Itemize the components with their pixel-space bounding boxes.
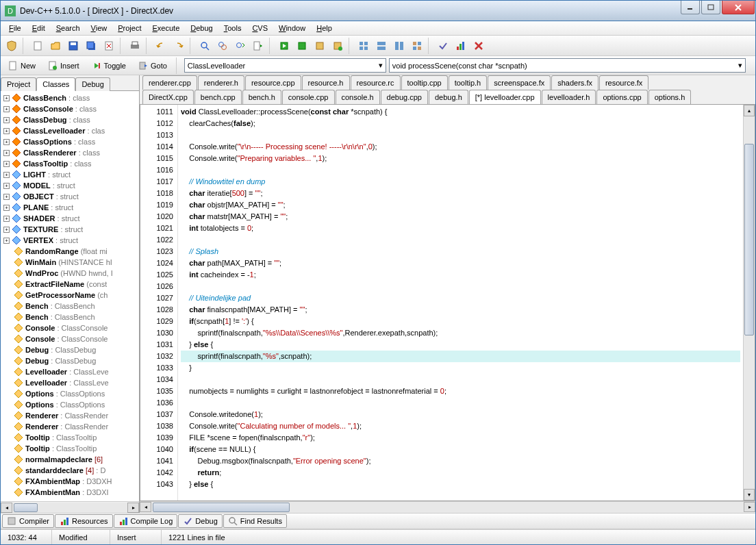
- file-tab[interactable]: tooltip.h: [449, 75, 488, 90]
- expand-icon[interactable]: +: [3, 227, 10, 233]
- new-file-icon[interactable]: [29, 38, 46, 54]
- tree-item[interactable]: Debug : ClassDebug: [2, 355, 138, 366]
- editor-hscroll[interactable]: ◂▸: [140, 501, 755, 513]
- findnext-icon[interactable]: [232, 38, 249, 54]
- file-tab[interactable]: options.cpp: [596, 90, 647, 104]
- expand-icon[interactable]: +: [3, 150, 10, 156]
- menu-view[interactable]: View: [86, 23, 113, 34]
- find-icon[interactable]: [197, 38, 213, 54]
- file-tab[interactable]: console.cpp: [282, 90, 335, 104]
- tree-item[interactable]: +MODEL : struct: [2, 180, 138, 191]
- menu-execute[interactable]: Execute: [147, 23, 186, 34]
- goto-button[interactable]: Goto: [134, 58, 172, 73]
- expand-icon[interactable]: +: [3, 139, 10, 145]
- code-editor[interactable]: 1011101210131014101510161017101810191020…: [140, 104, 755, 501]
- file-tab[interactable]: tooltip.cpp: [401, 75, 448, 90]
- tree-item[interactable]: Tooltip : ClassTooltip: [2, 432, 138, 443]
- expand-icon[interactable]: +: [3, 238, 10, 244]
- member-combo[interactable]: void processScene(const char *scnpath)▾: [389, 58, 746, 73]
- win2-icon[interactable]: [373, 38, 390, 54]
- insert-button[interactable]: Insert: [43, 58, 84, 73]
- tree-item[interactable]: +ClassConsole : class: [2, 103, 138, 114]
- tree-item[interactable]: +ClassDebug : class: [2, 114, 138, 125]
- check-icon[interactable]: [435, 38, 451, 54]
- chart-icon[interactable]: [453, 38, 469, 54]
- menu-tools[interactable]: Tools: [218, 23, 247, 34]
- menu-window[interactable]: Window: [273, 23, 311, 34]
- code-area[interactable]: void ClassLevelloader::processScene(cons…: [178, 105, 743, 500]
- class-combo[interactable]: ClassLevelloader▾: [184, 58, 386, 73]
- tree-item[interactable]: RandomRange (float mi: [2, 246, 138, 257]
- tree-item[interactable]: standarddeclare [4] : D: [2, 465, 138, 476]
- tree-item[interactable]: +LIGHT : struct: [2, 169, 138, 180]
- tree-item[interactable]: Options : ClassOptions: [2, 399, 138, 410]
- tree-item[interactable]: +ClassRenderer : class: [2, 147, 138, 158]
- tree-item[interactable]: +ClassTooltip : class: [2, 158, 138, 169]
- expand-icon[interactable]: +: [3, 172, 10, 178]
- menu-edit[interactable]: Edit: [27, 23, 51, 34]
- menu-project[interactable]: Project: [112, 23, 147, 34]
- expand-icon[interactable]: +: [3, 194, 10, 200]
- win1-icon[interactable]: [355, 38, 372, 54]
- compile-icon[interactable]: [276, 38, 292, 54]
- tree-item[interactable]: +PLANE : struct: [2, 202, 138, 213]
- tree-item[interactable]: normalmapdeclare [6]: [2, 454, 138, 465]
- saveall-icon[interactable]: [83, 38, 99, 54]
- file-tab[interactable]: renderer.h: [198, 75, 244, 90]
- file-tab[interactable]: levelloader.h: [542, 90, 596, 104]
- tree-item[interactable]: Bench : ClassBench: [2, 312, 138, 322]
- tree-item[interactable]: WndProc (HWND hwnd, I: [2, 268, 138, 279]
- tree-item[interactable]: FXAmbientMan : D3DXI: [2, 487, 138, 498]
- file-tab[interactable]: debug.h: [429, 90, 468, 104]
- expand-icon[interactable]: +: [3, 216, 10, 222]
- sidebar-tab-classes[interactable]: Classes: [36, 77, 75, 91]
- file-tab[interactable]: resource.rc: [351, 75, 401, 90]
- sidebar-hscroll[interactable]: ◂▸: [1, 501, 139, 513]
- shield-icon[interactable]: [3, 38, 20, 54]
- run-icon[interactable]: [294, 38, 310, 54]
- tree-item[interactable]: +SHADER : struct: [2, 213, 138, 224]
- tree-item[interactable]: GetProcessorName (ch: [2, 290, 138, 301]
- expand-icon[interactable]: +: [3, 106, 10, 112]
- rebuild-icon[interactable]: [312, 38, 328, 54]
- sidebar-tab-debug[interactable]: Debug: [75, 77, 110, 91]
- tree-item[interactable]: Levelloader : ClassLeve: [2, 366, 138, 377]
- expand-icon[interactable]: +: [3, 117, 10, 123]
- open-icon[interactable]: [47, 38, 64, 54]
- file-tab[interactable]: debug.cpp: [381, 90, 428, 104]
- file-tab[interactable]: resource.fx: [599, 75, 648, 90]
- file-tab[interactable]: console.h: [336, 90, 380, 104]
- tree-item[interactable]: Renderer : ClassRender: [2, 410, 138, 421]
- class-tree[interactable]: +ClassBench : class+ClassConsole : class…: [1, 91, 139, 501]
- tree-item[interactable]: Console : ClassConsole: [2, 333, 138, 344]
- rebuildall-icon[interactable]: [329, 38, 346, 54]
- tree-item[interactable]: ExtractFileName (const: [2, 279, 138, 290]
- file-tab[interactable]: resource.h: [302, 75, 350, 90]
- tree-item[interactable]: WinMain (HINSTANCE hI: [2, 257, 138, 268]
- toggle-button[interactable]: Toggle: [87, 58, 131, 73]
- file-tab[interactable]: bench.h: [242, 90, 281, 104]
- expand-icon[interactable]: +: [3, 183, 10, 189]
- win3-icon[interactable]: [391, 38, 407, 54]
- maximize-button[interactable]: [701, 1, 720, 14]
- tree-item[interactable]: +ClassOptions : class: [2, 136, 138, 147]
- tree-item[interactable]: Bench : ClassBench: [2, 301, 138, 312]
- menu-help[interactable]: Help: [311, 23, 338, 34]
- minimize-button[interactable]: [681, 1, 700, 14]
- file-tab[interactable]: bench.cpp: [194, 90, 242, 104]
- output-tab-resources[interactable]: Resources: [55, 514, 113, 528]
- output-tab-compiler[interactable]: Compiler: [2, 514, 54, 528]
- menu-search[interactable]: Search: [51, 23, 86, 34]
- replace-icon[interactable]: [214, 38, 231, 54]
- tree-item[interactable]: Tooltip : ClassTooltip: [2, 443, 138, 454]
- expand-icon[interactable]: +: [3, 205, 10, 211]
- tree-item[interactable]: Options : ClassOptions: [2, 388, 138, 399]
- close-file-icon[interactable]: [101, 38, 117, 54]
- file-tab[interactable]: renderer.cpp: [142, 75, 197, 90]
- redo-icon[interactable]: [171, 38, 187, 54]
- file-tab[interactable]: DirectX.cpp: [142, 90, 194, 104]
- file-tab[interactable]: [*] levelloader.cpp: [469, 90, 541, 104]
- tree-item[interactable]: Debug : ClassDebug: [2, 344, 138, 355]
- tree-item[interactable]: +VERTEX : struct: [2, 235, 138, 246]
- tree-item[interactable]: +ClassBench : class: [2, 92, 138, 103]
